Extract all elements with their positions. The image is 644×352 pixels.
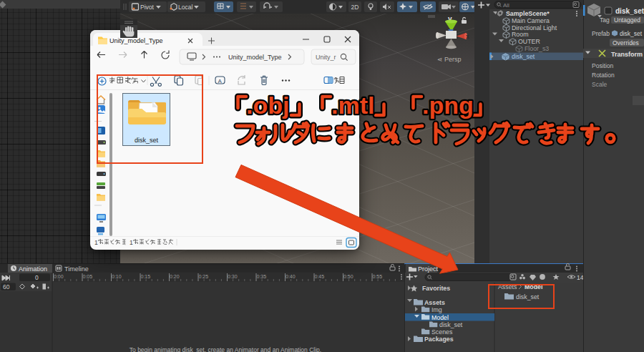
- svg-text:.mtl: .mtl: [331, 92, 374, 119]
- svg-text:.obj: .obj: [246, 92, 289, 119]
- svg-text:.png: .png: [422, 92, 474, 119]
